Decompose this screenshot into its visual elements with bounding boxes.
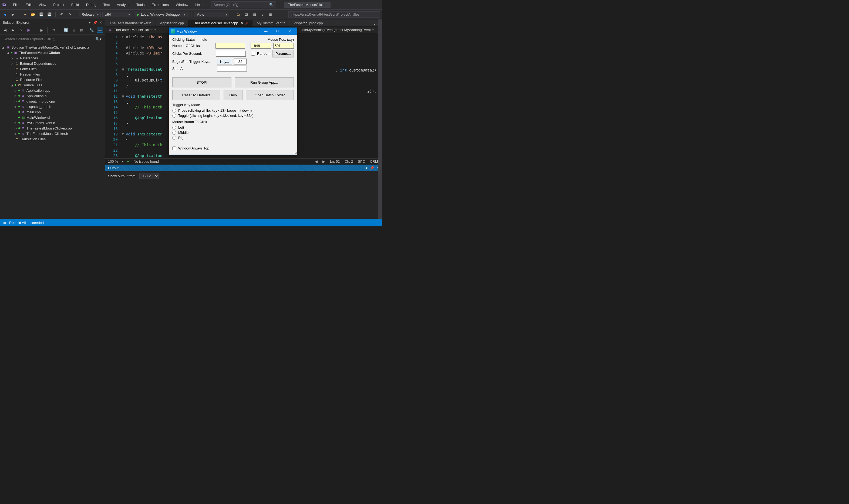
menu-analyze[interactable]: Analyze <box>114 2 133 8</box>
eol-indicator[interactable]: CRLF <box>370 160 379 163</box>
crumb-member[interactable]: dleMyWarningEvent(const MyWarningEvent▾ <box>300 27 377 32</box>
address-box[interactable]: https://win10-en-x64-test/svn/ProjectAnt… <box>289 11 380 18</box>
pin-icon[interactable]: 📌 <box>370 166 374 170</box>
tree-file[interactable]: ▥MainWindow.ui <box>0 115 105 120</box>
save-icon[interactable]: 💾 <box>38 11 45 18</box>
menu-help[interactable]: Help <box>192 2 206 8</box>
refresh-icon[interactable]: 🔄 <box>63 27 69 33</box>
nav-fwd-icon[interactable]: ▶ <box>10 11 16 18</box>
save-all-icon[interactable]: 💾 <box>46 11 53 18</box>
stop-at-input[interactable] <box>217 66 247 72</box>
indent-indicator[interactable]: SPC <box>358 160 365 163</box>
random-checkbox[interactable] <box>251 52 255 56</box>
scroll-left-icon[interactable]: ◀ <box>315 160 317 163</box>
mouse-y-input[interactable] <box>273 43 294 49</box>
tab-active[interactable]: TheFastestMouseClicker.cpp✕ <box>189 20 253 26</box>
app-titlebar[interactable]: MainWindow — ☐ ✕ <box>169 28 297 35</box>
crumb-project[interactable]: ⧉TheFastestMouseClicker▾ <box>105 27 168 32</box>
tree-file[interactable]: ▷⧉dispatch_proc.cpp <box>0 98 105 104</box>
dropdown-icon[interactable]: ▾ <box>366 166 367 170</box>
tb-icon-2[interactable]: 🖼 <box>243 11 249 18</box>
always-top-checkbox[interactable] <box>172 146 176 150</box>
tb-icon-3[interactable]: ▤ <box>251 11 258 18</box>
wrench-active-icon[interactable]: — <box>97 28 103 33</box>
dropdown-icon[interactable]: ▾ <box>89 20 91 24</box>
stop-button[interactable]: STOP! <box>172 77 231 87</box>
menu-view[interactable]: View <box>35 2 49 8</box>
tab[interactable]: Application.cpp <box>156 20 189 26</box>
tab[interactable]: dispatch_proc.cpp <box>290 20 328 26</box>
open-batch-button[interactable]: Open Batch Folder <box>246 90 294 100</box>
mouse-x-input[interactable] <box>250 43 271 49</box>
sync-icon[interactable]: ⟲ <box>51 27 56 33</box>
new-item-icon[interactable]: ✦ <box>22 11 28 18</box>
output-source-select[interactable]: Build <box>139 173 159 179</box>
nav-back-icon[interactable]: ◀ <box>2 11 8 18</box>
tb-icon-5[interactable]: ▦ <box>267 11 274 18</box>
menu-tools[interactable]: Tools <box>133 2 148 8</box>
tree-file[interactable]: ▷⧉Application.cpp <box>0 88 105 93</box>
middle-radio[interactable]: Middle <box>172 131 294 134</box>
maximize-button[interactable]: ☐ <box>272 28 283 35</box>
solution-search-input[interactable] <box>1 36 93 42</box>
left-radio[interactable]: Left <box>172 125 294 129</box>
back-icon[interactable]: ◀ <box>2 27 8 33</box>
close-button[interactable]: ✕ <box>283 28 295 35</box>
tree-folder[interactable]: 🗀Form Files <box>0 66 105 72</box>
menu-file[interactable]: File <box>10 2 22 8</box>
dropdown-icon[interactable]: ▾ <box>374 22 376 26</box>
key-button[interactable]: Key... <box>217 59 232 65</box>
tree-solution[interactable]: ◢▣Solution 'TheFastestMouseClicker' (1 o… <box>0 44 105 50</box>
zoom-level[interactable]: 100 % <box>108 160 118 163</box>
middle-radio-input[interactable] <box>172 131 176 134</box>
params-button[interactable]: Params... <box>273 50 294 57</box>
reset-button[interactable]: Reset To Defaults <box>172 90 220 100</box>
left-radio-input[interactable] <box>172 126 176 129</box>
scrollbar[interactable] <box>378 19 382 219</box>
global-search[interactable]: Search (Ctrl+Q) 🔍 <box>211 1 276 8</box>
tab[interactable]: MyCustomEvent.h <box>253 20 290 26</box>
open-icon[interactable]: 📂 <box>30 11 36 18</box>
undo-icon[interactable]: ↶ <box>58 11 65 18</box>
tree-source-folder[interactable]: ◢🗀Source Files <box>0 82 105 88</box>
num-clicks-input[interactable] <box>215 43 245 49</box>
tree-folder[interactable]: 🗀Resource Files <box>0 77 105 82</box>
tree-project[interactable]: ◢▣TheFastestMouseClicker <box>0 50 105 55</box>
collapse-icon[interactable]: ⊟ <box>71 27 77 33</box>
scope-icon[interactable]: ◉ <box>38 27 44 33</box>
always-top-check[interactable]: Window Always Top <box>172 146 294 150</box>
tree-file[interactable]: ▷⧉TheFastestMouseClicker.h <box>0 131 105 136</box>
scroll-right-icon[interactable]: ▶ <box>323 160 325 163</box>
platform-combo[interactable]: x64 <box>102 12 132 17</box>
press-radio-input[interactable] <box>172 109 176 112</box>
chevron-down-icon[interactable]: ▾ <box>122 160 123 163</box>
tree-file[interactable]: ⧉main.cpp <box>0 109 105 115</box>
show-all-icon[interactable]: ▤ <box>79 27 85 33</box>
run-group-button[interactable]: Run Group App... <box>235 77 294 87</box>
solution-search[interactable]: 🔍▾ <box>1 36 104 42</box>
tree-file[interactable]: ▷⧉TheFastestMouseClicker.cpp <box>0 125 105 131</box>
toggle-radio-input[interactable] <box>172 114 176 118</box>
tree-folder[interactable]: ▷▪▪References <box>0 55 105 61</box>
tree-folder[interactable]: ▷🗀External Dependencies <box>0 61 105 66</box>
right-radio[interactable]: Right <box>172 136 294 140</box>
home-icon[interactable]: ⌂ <box>18 27 23 33</box>
close-icon[interactable]: ✕ <box>241 22 243 25</box>
menu-window[interactable]: Window <box>173 2 191 8</box>
resize-grip[interactable] <box>294 151 296 154</box>
toggle-radio[interactable]: Toggle (clicking begin: key <13>, end: k… <box>172 113 294 118</box>
solution-icon[interactable]: ▣ <box>25 27 31 33</box>
cps-input[interactable] <box>216 51 246 57</box>
menu-build[interactable]: Build <box>68 2 82 8</box>
random-check[interactable]: Random <box>251 52 270 56</box>
properties-icon[interactable]: 🔧 <box>89 27 94 33</box>
right-radio-input[interactable] <box>172 136 176 140</box>
press-radio[interactable]: Press (clicking while: key <13> keeps hi… <box>172 108 294 112</box>
menu-project[interactable]: Project <box>50 2 67 8</box>
config-combo[interactable]: Release <box>79 12 101 17</box>
tree-file[interactable]: ▷⧉dispatch_proc.h <box>0 104 105 109</box>
tree-file[interactable]: ▷⧉MyCustomEvent.h <box>0 120 105 125</box>
tb-icon-1[interactable]: 🗀 <box>235 11 241 18</box>
tree-folder[interactable]: 🗀Header Files <box>0 72 105 77</box>
menu-test[interactable]: Test <box>100 2 113 8</box>
